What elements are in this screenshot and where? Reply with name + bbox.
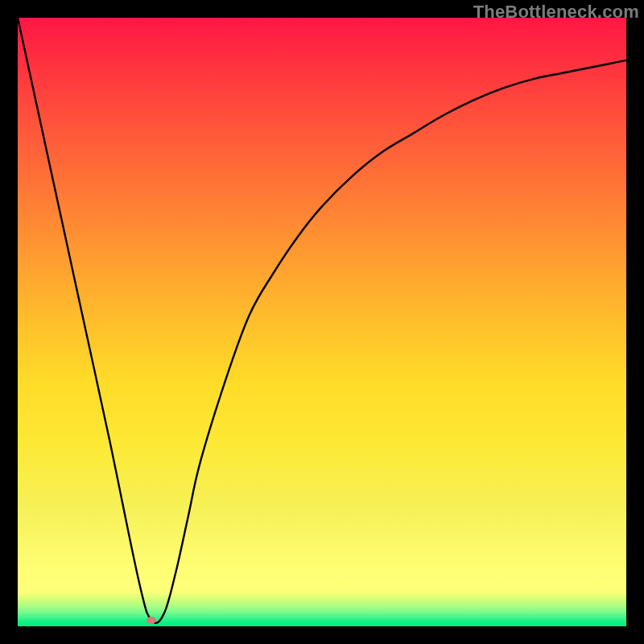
chart-plot-area <box>18 18 626 626</box>
watermark-text: TheBottleneck.com <box>473 2 639 23</box>
